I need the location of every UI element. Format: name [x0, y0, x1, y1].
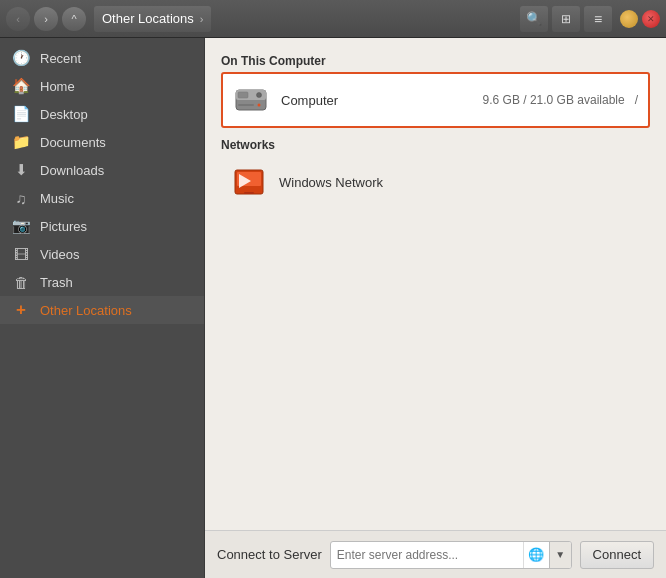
sidebar-item-other-locations[interactable]: + Other Locations [0, 296, 204, 324]
sidebar-item-desktop[interactable]: 📄 Desktop [0, 100, 204, 128]
content-area: On This Computer Computer 9.6 GB / 21.0 [205, 38, 666, 578]
computer-hdd-icon [233, 82, 269, 118]
globe-icon: 🌐 [528, 547, 544, 562]
plus-icon: + [12, 301, 30, 319]
computer-storage: 9.6 GB / 21.0 GB available [483, 93, 625, 107]
server-address-dropdown-button[interactable]: ▼ [549, 542, 571, 568]
server-address-icon-button[interactable]: 🌐 [523, 542, 549, 568]
computer-label: Computer [281, 93, 471, 108]
music-icon: ♫ [12, 189, 30, 207]
search-button[interactable]: 🔍 [520, 6, 548, 32]
server-address-container: 🌐 ▼ [330, 541, 572, 569]
chevron-right-icon: › [200, 13, 204, 25]
svg-rect-2 [238, 92, 248, 98]
sidebar: 🕐 Recent 🏠 Home 📄 Desktop 📁 Documents ⬇ … [0, 38, 205, 578]
sidebar-label-music: Music [40, 191, 74, 206]
sidebar-item-home[interactable]: 🏠 Home [0, 72, 204, 100]
windows-network-icon [231, 164, 267, 200]
hamburger-icon: ≡ [594, 11, 602, 27]
sidebar-item-recent[interactable]: 🕐 Recent [0, 44, 204, 72]
svg-point-4 [258, 104, 261, 107]
main-container: 🕐 Recent 🏠 Home 📄 Desktop 📁 Documents ⬇ … [0, 38, 666, 578]
sidebar-item-trash[interactable]: 🗑 Trash [0, 268, 204, 296]
recent-icon: 🕐 [12, 49, 30, 67]
grid-view-icon: ⊞ [561, 12, 571, 26]
location-breadcrumb: Other Locations › [94, 6, 211, 32]
titlebar: ‹ › ^ Other Locations › 🔍 ⊞ ≡ ✕ [0, 0, 666, 38]
pictures-icon: 📷 [12, 217, 30, 235]
svg-rect-9 [244, 192, 254, 194]
window-controls: ✕ [620, 10, 660, 28]
connect-to-server-label: Connect to Server [217, 547, 322, 562]
sidebar-label-downloads: Downloads [40, 163, 104, 178]
svg-point-3 [257, 93, 262, 98]
networks-header: Networks [221, 138, 650, 152]
menu-button[interactable]: ≡ [584, 6, 612, 32]
trash-icon: 🗑 [12, 273, 30, 291]
downloads-icon: ⬇ [12, 161, 30, 179]
computer-path: / [635, 93, 638, 107]
content-body: On This Computer Computer 9.6 GB / 21.0 [205, 38, 666, 530]
nav-parent-button[interactable]: ^ [62, 7, 86, 31]
sidebar-label-documents: Documents [40, 135, 106, 150]
sidebar-label-recent: Recent [40, 51, 81, 66]
search-icon: 🔍 [526, 11, 542, 26]
sidebar-label-other-locations: Other Locations [40, 303, 132, 318]
sidebar-label-home: Home [40, 79, 75, 94]
sidebar-label-pictures: Pictures [40, 219, 87, 234]
computer-meta: 9.6 GB / 21.0 GB available / [483, 93, 638, 107]
bottom-bar: Connect to Server 🌐 ▼ Connect [205, 530, 666, 578]
chevron-up-icon: ^ [71, 13, 76, 25]
sidebar-label-videos: Videos [40, 247, 80, 262]
videos-icon: 🎞 [12, 245, 30, 263]
minimize-button[interactable] [620, 10, 638, 28]
server-address-input[interactable] [331, 542, 523, 568]
sidebar-item-pictures[interactable]: 📷 Pictures [0, 212, 204, 240]
chevron-down-icon: ▼ [555, 549, 565, 560]
nav-back-button[interactable]: ‹ [6, 7, 30, 31]
sidebar-label-desktop: Desktop [40, 107, 88, 122]
sidebar-item-documents[interactable]: 📁 Documents [0, 128, 204, 156]
chevron-left-icon: ‹ [16, 13, 20, 25]
home-icon: 🏠 [12, 77, 30, 95]
view-toggle-button[interactable]: ⊞ [552, 6, 580, 32]
computer-location-item[interactable]: Computer 9.6 GB / 21.0 GB available / [221, 72, 650, 128]
location-title: Other Locations [102, 11, 194, 26]
documents-icon: 📁 [12, 133, 30, 151]
sidebar-item-videos[interactable]: 🎞 Videos [0, 240, 204, 268]
chevron-right-icon: › [44, 13, 48, 25]
windows-network-item[interactable]: Windows Network [221, 156, 650, 208]
close-button[interactable]: ✕ [642, 10, 660, 28]
sidebar-item-music[interactable]: ♫ Music [0, 184, 204, 212]
connect-button[interactable]: Connect [580, 541, 654, 569]
svg-rect-5 [238, 104, 254, 106]
nav-forward-button[interactable]: › [34, 7, 58, 31]
desktop-icon: 📄 [12, 105, 30, 123]
on-this-computer-header: On This Computer [221, 54, 650, 68]
sidebar-item-downloads[interactable]: ⬇ Downloads [0, 156, 204, 184]
windows-network-label: Windows Network [279, 175, 640, 190]
sidebar-label-trash: Trash [40, 275, 73, 290]
